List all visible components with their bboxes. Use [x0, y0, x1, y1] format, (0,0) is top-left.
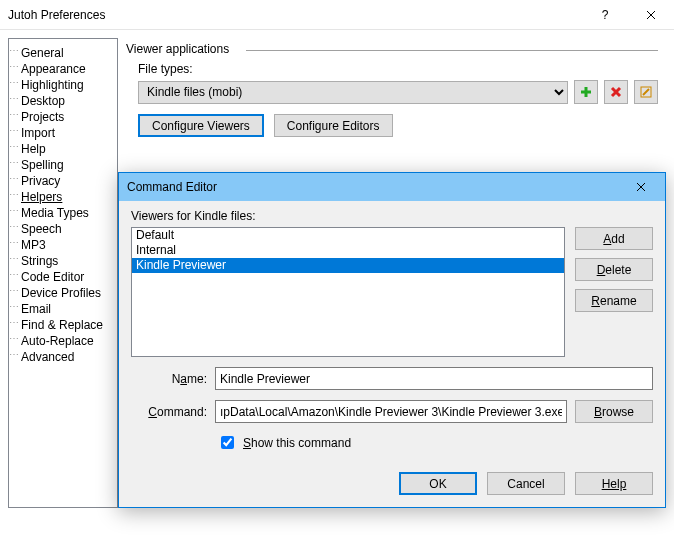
tree-item[interactable]: Speech [19, 221, 117, 237]
list-item[interactable]: Internal [132, 243, 564, 258]
tree-item[interactable]: Highlighting [19, 77, 117, 93]
tree-item-helpers[interactable]: Helpers [19, 189, 117, 205]
command-editor-dialog: Command Editor Viewers for Kindle files:… [118, 172, 666, 508]
delete-button[interactable]: Delete [575, 258, 653, 281]
section-title: Viewer applications [126, 42, 658, 56]
tree-item[interactable]: General [19, 45, 117, 61]
browse-button[interactable]: Browse [575, 400, 653, 423]
tree-item[interactable]: Auto-Replace [19, 333, 117, 349]
tree-item[interactable]: Email [19, 301, 117, 317]
tree-item[interactable]: MP3 [19, 237, 117, 253]
add-icon[interactable] [574, 80, 598, 104]
name-input[interactable] [215, 367, 653, 390]
close-icon[interactable] [628, 0, 674, 30]
tree-item[interactable]: Appearance [19, 61, 117, 77]
tree-item[interactable]: Privacy [19, 173, 117, 189]
delete-icon[interactable] [604, 80, 628, 104]
category-tree[interactable]: General Appearance Highlighting Desktop … [8, 38, 118, 508]
configure-editors-button[interactable]: Configure Editors [274, 114, 393, 137]
show-command-checkbox[interactable] [221, 436, 234, 449]
tree-item[interactable]: Desktop [19, 93, 117, 109]
tree-item[interactable]: Media Types [19, 205, 117, 221]
ok-button[interactable]: OK [399, 472, 477, 495]
tree-item[interactable]: Device Profiles [19, 285, 117, 301]
configure-viewers-button[interactable]: Configure Viewers [138, 114, 264, 137]
dialog-close-icon[interactable] [621, 175, 661, 199]
tree-item[interactable]: Strings [19, 253, 117, 269]
show-command-label: Show this command [243, 436, 351, 450]
edit-icon[interactable] [634, 80, 658, 104]
viewers-list-label: Viewers for Kindle files: [131, 209, 653, 223]
titlebar: Jutoh Preferences ? [0, 0, 674, 30]
filetypes-label: File types: [138, 62, 658, 76]
list-item[interactable]: Default [132, 228, 564, 243]
command-label: Command: [131, 405, 207, 419]
viewers-listbox[interactable]: Default Internal Kindle Previewer [131, 227, 565, 357]
help-button[interactable]: Help [575, 472, 653, 495]
name-label: Name: [131, 372, 207, 386]
tree-item[interactable]: Help [19, 141, 117, 157]
tree-item[interactable]: Spelling [19, 157, 117, 173]
add-button[interactable]: Add [575, 227, 653, 250]
help-icon[interactable]: ? [582, 0, 628, 30]
dialog-title: Command Editor [127, 180, 621, 194]
tree-item[interactable]: Advanced [19, 349, 117, 365]
filetype-select[interactable]: Kindle files (mobi) [138, 81, 568, 104]
tree-item[interactable]: Code Editor [19, 269, 117, 285]
tree-item[interactable]: Import [19, 125, 117, 141]
rename-button[interactable]: Rename [575, 289, 653, 312]
window-title: Jutoh Preferences [8, 8, 582, 22]
command-input[interactable] [215, 400, 567, 423]
tree-item[interactable]: Projects [19, 109, 117, 125]
cancel-button[interactable]: Cancel [487, 472, 565, 495]
list-item[interactable]: Kindle Previewer [132, 258, 564, 273]
dialog-titlebar: Command Editor [119, 173, 665, 201]
tree-item[interactable]: Find & Replace [19, 317, 117, 333]
